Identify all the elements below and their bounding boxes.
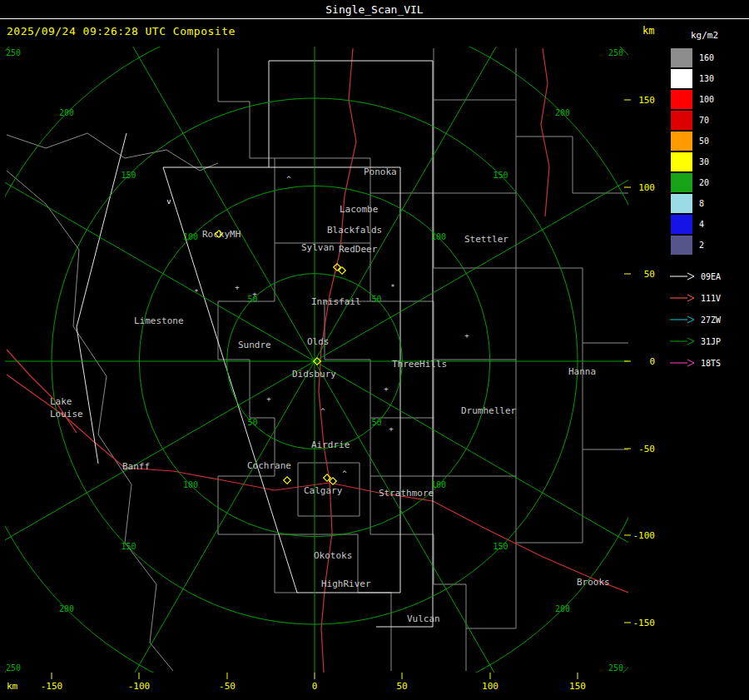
range-ring-label: 100 <box>183 232 198 241</box>
bottom-axis-label: -100 <box>128 681 151 692</box>
radar-site-entry: 18TS <box>669 352 749 374</box>
legend-entry: 160 <box>671 47 749 68</box>
bottom-axis-label: -150 <box>41 681 63 692</box>
range-ring-label: 250 <box>6 663 21 673</box>
radar-arrow-icon <box>669 337 696 345</box>
range-ring-label: 150 <box>493 542 508 551</box>
range-spoke <box>96 0 315 361</box>
range-ring-label: 50 <box>371 418 381 427</box>
map-poi-marker: ^ <box>342 469 347 478</box>
city-label-okotoks: Okotoks <box>314 550 352 561</box>
range-ring-label: 50 <box>247 418 257 427</box>
range-ring-label: 250 <box>608 48 623 57</box>
legend-swatch <box>671 48 692 67</box>
county-boundary-line <box>516 137 628 193</box>
county-boundary-line <box>516 193 628 343</box>
range-ring-label: 250 <box>608 663 623 673</box>
city-label-vulcan: Vulcan <box>407 613 440 624</box>
legend-swatch <box>671 132 692 151</box>
legend-entry: 2 <box>671 235 749 256</box>
map-poi-marker: + <box>384 385 389 393</box>
right-axis-label: -100 <box>633 530 656 541</box>
range-ring-label: 100 <box>431 232 446 241</box>
city-label-brooks: Brooks <box>577 577 610 588</box>
range-ring-label: 250 <box>6 48 21 57</box>
legend-panel: kg/m2 16013010070503020842 09EA111V27ZW3… <box>666 18 749 374</box>
legend-entry: 8 <box>671 193 749 214</box>
county-boundary-line <box>516 449 628 543</box>
map-poi-marker: v <box>166 197 171 206</box>
city-label-calgary: Calgary <box>304 485 343 496</box>
right-axis-label: 150 <box>638 95 655 106</box>
radar-id-label: 27ZW <box>701 315 721 325</box>
city-label-olds: Olds <box>307 336 330 347</box>
city-label-airdrie: Airdrie <box>311 439 350 450</box>
bottom-axis-label: 0 <box>312 681 318 692</box>
color-scale: 16013010070503020842 <box>671 47 749 256</box>
city-label-banff: Banff <box>122 461 150 472</box>
county-boundary-line <box>7 171 173 671</box>
city-label-sylvan: Sylvan <box>301 242 335 253</box>
legend-value: 8 <box>699 199 704 208</box>
right-axis-label: 50 <box>644 269 655 280</box>
legend-value: 70 <box>699 116 709 125</box>
map-layers: PonokaLacombeBlackfaldsSylvanRedDeerStet… <box>0 0 749 700</box>
radar-map-canvas[interactable]: PonokaLacombeBlackfaldsSylvanRedDeerStet… <box>0 0 749 700</box>
radar-id-label: 111V <box>701 294 721 303</box>
city-label-cochrane: Cochrane <box>247 460 291 471</box>
city-label-drumheller: Drumheller <box>461 405 517 416</box>
bottom-axis-label: 50 <box>396 681 407 692</box>
highway-line <box>7 375 330 490</box>
city-label-stettler: Stettler <box>464 234 508 245</box>
legend-entry: 30 <box>671 151 749 172</box>
county-boundary-line <box>370 476 516 628</box>
city-label-ponoka: Ponoka <box>364 166 397 177</box>
radar-id-label: 18TS <box>701 359 721 368</box>
range-ring-label: 150 <box>493 171 508 180</box>
range-ring-label: 200 <box>59 604 74 613</box>
map-poi-marker: + <box>266 395 271 403</box>
legend-swatch <box>671 194 692 213</box>
county-boundary-line <box>434 360 516 476</box>
coverage-outline <box>269 61 433 627</box>
legend-entry: 4 <box>671 214 749 235</box>
range-ring-label: 200 <box>59 108 74 117</box>
county-boundary-line <box>218 243 275 418</box>
radar-arrow-icon <box>669 315 696 324</box>
legend-swatch <box>671 90 692 109</box>
range-spoke <box>0 142 315 361</box>
legend-value: 50 <box>699 137 709 146</box>
city-label-sundre: Sundre <box>238 340 271 350</box>
legend-swatch <box>671 215 692 234</box>
radar-site-entry: 31JP <box>669 330 749 352</box>
right-axis-label: 0 <box>649 356 655 367</box>
right-axis-label: 100 <box>638 182 655 193</box>
bottom-axis-label: 100 <box>482 681 499 692</box>
radar-site-entry: 09EA <box>669 266 749 287</box>
county-boundary-line <box>434 48 516 100</box>
range-ring-label: 50 <box>371 295 381 304</box>
range-ring-label: 50 <box>247 295 257 304</box>
city-label-innisfail: Innisfail <box>311 296 361 307</box>
map-poi-marker: ^ <box>320 407 325 415</box>
legend-value: 2 <box>699 241 704 250</box>
county-boundary-line <box>370 243 516 360</box>
county-boundary-line <box>434 193 516 268</box>
highway-line <box>7 350 77 433</box>
radar-site-entry: 111V <box>669 287 749 309</box>
city-label-highriver: HighRiver <box>321 578 371 589</box>
highway-line <box>541 48 549 216</box>
city-label-lacombe: Lacombe <box>340 204 378 215</box>
legend-entry: 20 <box>671 172 749 193</box>
map-poi-marker: + <box>464 331 469 340</box>
city-label-threehills: ThreeHills <box>392 359 447 370</box>
city-label-hanna: Hanna <box>568 366 596 377</box>
legend-swatch <box>671 173 692 192</box>
map-poi-marker: ^ <box>286 175 291 183</box>
legend-value: 130 <box>699 74 714 83</box>
range-ring-label: 200 <box>555 108 570 117</box>
city-label-blackfalds: Blackfalds <box>327 225 382 236</box>
radar-site-list: 09EA111V27ZW31JP18TS <box>669 266 749 374</box>
legend-entry: 50 <box>671 131 749 151</box>
bottom-axis-unit-label: km <box>7 681 18 692</box>
